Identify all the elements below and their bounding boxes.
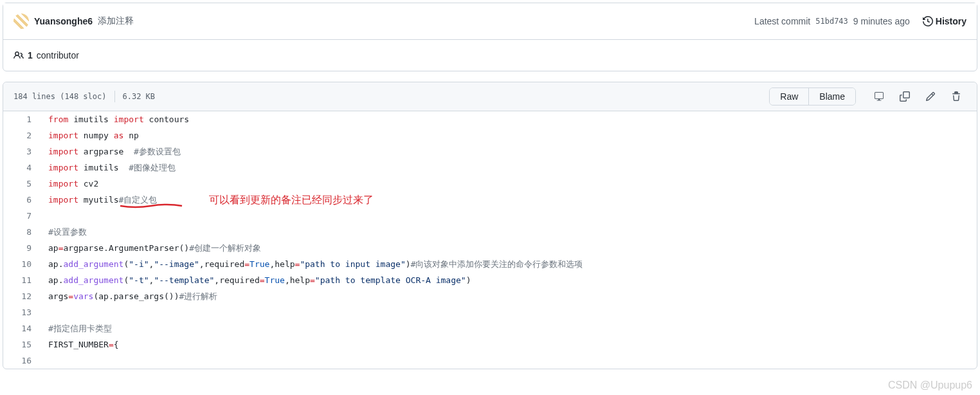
code-line: 12args=vars(ap.parse_args())#进行解析 <box>3 288 977 304</box>
line-number[interactable]: 6 <box>3 192 42 208</box>
code-line: 11ap.add_argument("-t","--template",requ… <box>3 272 977 288</box>
line-number[interactable]: 10 <box>3 256 42 272</box>
blame-button[interactable]: Blame <box>808 88 855 105</box>
line-number[interactable]: 1 <box>3 111 42 127</box>
line-number[interactable]: 13 <box>3 304 42 320</box>
raw-button[interactable]: Raw <box>770 88 808 105</box>
desktop-button[interactable] <box>869 87 889 106</box>
commit-row: Yuansonghe6 添加注释 Latest commit 51bd743 9… <box>3 3 977 40</box>
line-number[interactable]: 4 <box>3 160 42 176</box>
file-header: 184 lines (148 sloc) 6.32 KB Raw Blame <box>3 82 977 111</box>
edit-button[interactable] <box>920 87 941 106</box>
history-icon <box>923 16 933 26</box>
commit-sha[interactable]: 51bd743 <box>815 17 848 26</box>
history-link[interactable]: History <box>923 16 966 26</box>
file-lines: 184 lines (148 sloc) <box>14 92 107 101</box>
code-line: 15FIRST_NUMBER={ <box>3 336 977 353</box>
code-line: 6import myutils#自定义包可以看到更新的备注已经同步过来了 <box>3 192 977 208</box>
line-number[interactable]: 5 <box>3 176 42 192</box>
pencil-icon <box>925 91 936 102</box>
people-icon <box>14 50 24 60</box>
contributors-row: 1 contributor <box>3 40 977 71</box>
line-number[interactable]: 9 <box>3 240 42 256</box>
line-content: #指定信用卡类型 <box>42 320 977 336</box>
line-number[interactable]: 16 <box>3 353 42 369</box>
author-link[interactable]: Yuansonghe6 <box>34 16 93 26</box>
raw-blame-group: Raw Blame <box>769 87 856 106</box>
code-line: 10ap.add_argument("-i","--image",require… <box>3 256 977 272</box>
line-content <box>42 304 977 320</box>
code-line: 9ap=argparse.ArgumentParser()#创建一个解析对象 <box>3 240 977 256</box>
line-number[interactable]: 8 <box>3 224 42 240</box>
code-line: 2import numpy as np <box>3 127 977 143</box>
file-actions: Raw Blame <box>769 87 966 106</box>
commit-header-box: Yuansonghe6 添加注释 Latest commit 51bd743 9… <box>3 3 977 71</box>
line-content: import imutils #图像处理包 <box>42 160 977 176</box>
code-line: 4import imutils #图像处理包 <box>3 160 977 176</box>
line-content <box>42 353 977 369</box>
avatar[interactable] <box>14 14 29 29</box>
line-content: import numpy as np <box>42 127 977 143</box>
line-content: #设置参数 <box>42 224 977 240</box>
code-line: 13 <box>3 304 977 320</box>
history-label: History <box>936 16 966 26</box>
delete-button[interactable] <box>946 87 966 106</box>
code-line: 7 <box>3 208 977 224</box>
line-content: import cv2 <box>42 176 977 192</box>
code-line: 16 <box>3 353 977 369</box>
contributor-label: contributor <box>37 50 79 60</box>
line-content: ap.add_argument("-i","--image",required=… <box>42 256 977 272</box>
line-number[interactable]: 3 <box>3 143 42 160</box>
line-content: from imutils import contours <box>42 111 977 127</box>
commit-time: 9 minutes ago <box>853 16 910 26</box>
line-content: import myutils#自定义包可以看到更新的备注已经同步过来了 <box>42 192 977 208</box>
line-number[interactable]: 7 <box>3 208 42 224</box>
line-number[interactable]: 2 <box>3 127 42 143</box>
line-content: ap.add_argument("-t","--template",requir… <box>42 272 977 288</box>
contributor-count: 1 <box>28 50 33 60</box>
code-line: 14#指定信用卡类型 <box>3 320 977 336</box>
code-line: 8#设置参数 <box>3 224 977 240</box>
latest-commit-label: Latest commit <box>754 16 810 26</box>
line-content <box>42 208 977 224</box>
line-content: FIRST_NUMBER={ <box>42 336 977 353</box>
line-number[interactable]: 12 <box>3 288 42 304</box>
trash-icon <box>951 91 961 102</box>
file-size: 6.32 KB <box>123 92 156 101</box>
line-number[interactable]: 15 <box>3 336 42 353</box>
file-info: 184 lines (148 sloc) 6.32 KB <box>14 91 155 102</box>
line-content: ap=argparse.ArgumentParser()#创建一个解析对象 <box>42 240 977 256</box>
line-number[interactable]: 14 <box>3 320 42 336</box>
red-annotation: 可以看到更新的备注已经同步过来了 <box>209 192 374 208</box>
code-line: 1from imutils import contours <box>3 111 977 127</box>
copy-button[interactable] <box>894 87 915 106</box>
code-table: 1from imutils import contours2import num… <box>3 111 977 369</box>
line-content: args=vars(ap.parse_args())#进行解析 <box>42 288 977 304</box>
line-content: import argparse #参数设置包 <box>42 143 977 160</box>
code-line: 5import cv2 <box>3 176 977 192</box>
line-number[interactable]: 11 <box>3 272 42 288</box>
commit-message[interactable]: 添加注释 <box>98 15 134 27</box>
desktop-icon <box>874 91 884 102</box>
code-line: 3import argparse #参数设置包 <box>3 143 977 160</box>
copy-icon <box>900 91 910 102</box>
divider <box>114 91 115 102</box>
file-box: 184 lines (148 sloc) 6.32 KB Raw Blame 1… <box>3 82 977 369</box>
